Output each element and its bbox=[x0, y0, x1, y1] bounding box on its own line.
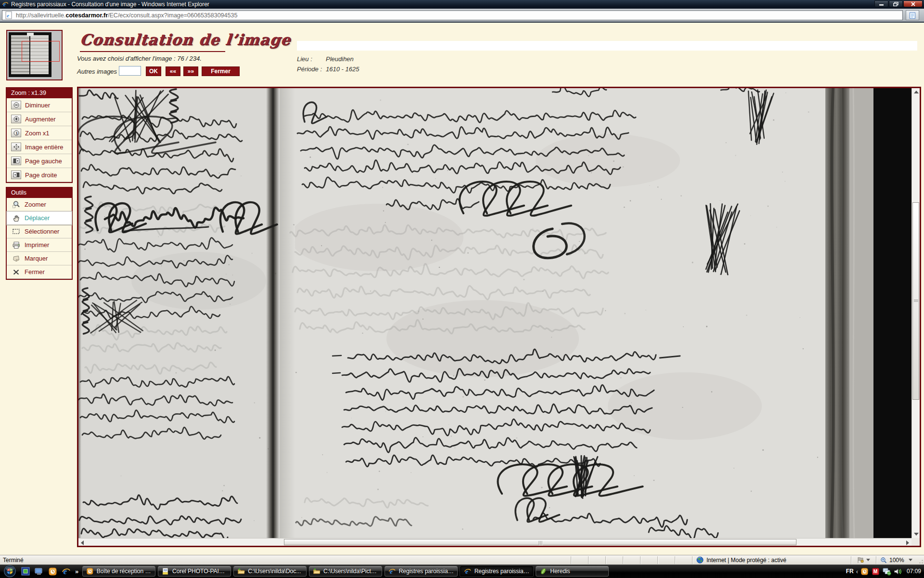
other-images-input[interactable] bbox=[119, 66, 141, 76]
scroll-up-arrow[interactable] bbox=[914, 91, 919, 93]
tool-item-marquer[interactable]: Marquer bbox=[7, 252, 72, 265]
quicklaunch-show-desktop-icon[interactable] bbox=[34, 566, 44, 577]
window-titlebar: Registres paroissiaux - Consultation d'u… bbox=[0, 0, 924, 9]
page-zoom-pane[interactable]: 100% bbox=[876, 556, 917, 564]
tool-item-label: Déplacer bbox=[25, 214, 50, 222]
tray-volume-icon[interactable] bbox=[894, 567, 902, 576]
resize-grip[interactable] bbox=[917, 555, 924, 565]
svg-text:M: M bbox=[873, 569, 878, 574]
right-page-icon bbox=[11, 171, 21, 179]
zoom-item-label: Page droite bbox=[25, 171, 57, 179]
ok-button[interactable]: OK bbox=[146, 66, 161, 76]
zoom-panel-title: Zoom : x1.39 bbox=[7, 88, 72, 98]
svg-text:1: 1 bbox=[15, 131, 18, 135]
zoom-item-diminuer[interactable]: Diminuer bbox=[7, 98, 72, 112]
close-button[interactable] bbox=[903, 0, 923, 7]
protected-mode-pane[interactable] bbox=[851, 556, 876, 564]
quicklaunch-overflow-chevron[interactable]: » bbox=[75, 568, 78, 575]
svg-text:e: e bbox=[7, 13, 9, 18]
taskbar-button-corel[interactable]: Corel PHOTO-PAIN... bbox=[158, 566, 231, 577]
vertical-scrollbar[interactable] bbox=[911, 88, 920, 538]
quicklaunch-incredimail-icon[interactable] bbox=[47, 566, 58, 577]
tray-m-agent-icon[interactable]: M bbox=[872, 567, 880, 576]
lieu-value: Pleudihen bbox=[326, 55, 354, 63]
close-icon bbox=[911, 2, 915, 6]
tray-collapse-chevron[interactable]: ‹ bbox=[856, 568, 858, 575]
select-icon bbox=[11, 227, 21, 236]
taskbar: » Boîte de réception - ... Corel PHOTO-P… bbox=[0, 565, 924, 578]
tool-item-deplacer[interactable]: Déplacer bbox=[7, 211, 72, 225]
scroll-right-arrow[interactable] bbox=[906, 540, 909, 545]
taskbar-button-documents[interactable]: C:\Users\nilda\Doc... bbox=[233, 566, 307, 577]
zoom-item-label: Diminuer bbox=[25, 102, 50, 109]
left-page-icon bbox=[11, 157, 21, 165]
minimize-button[interactable] bbox=[874, 0, 888, 7]
security-zone-text: Internet | Mode protégé : activé bbox=[706, 557, 786, 564]
start-button[interactable] bbox=[2, 565, 18, 578]
ie-icon bbox=[388, 567, 396, 575]
scroll-down-arrow[interactable] bbox=[914, 533, 919, 536]
quicklaunch-ie-icon[interactable] bbox=[61, 566, 71, 577]
taskbar-button-inbox[interactable]: Boîte de réception - ... bbox=[82, 566, 155, 577]
shield-flag-icon bbox=[857, 557, 864, 564]
horizontal-scroll-thumb[interactable] bbox=[284, 539, 796, 545]
tool-item-selectionner[interactable]: Sélectionner bbox=[7, 225, 72, 238]
system-tray: FR ‹ M 07:09 bbox=[846, 567, 924, 576]
chevron-down-icon bbox=[909, 559, 912, 561]
quicklaunch-media-icon[interactable] bbox=[20, 566, 31, 577]
zoom-item-label: Page gauche bbox=[25, 158, 62, 165]
window-title: Registres paroissiaux - Consultation d'u… bbox=[11, 1, 209, 8]
zoom-item-page-droite[interactable]: Page droite bbox=[7, 168, 72, 182]
periode-value: 1610 - 1625 bbox=[326, 66, 359, 73]
taskbar-button-registres-1[interactable]: Registres paroissiau... bbox=[385, 566, 458, 577]
zoom-item-augmenter[interactable]: Augmenter bbox=[7, 112, 72, 126]
zoom-panel: Zoom : x1.39 Diminuer Augmenter 1 Zoom x… bbox=[6, 87, 73, 183]
minimize-icon bbox=[879, 2, 884, 6]
fermer-button[interactable]: Fermer bbox=[202, 66, 240, 76]
horizontal-scrollbar[interactable] bbox=[78, 538, 911, 546]
fit-image-icon bbox=[11, 143, 21, 151]
page-action-button[interactable] bbox=[906, 10, 919, 20]
zoom-in-icon bbox=[11, 115, 21, 123]
url-path: /EC/ecx/consult.aspx?image=0606535830945… bbox=[108, 12, 237, 19]
scroll-left-arrow[interactable] bbox=[81, 540, 84, 545]
page-title: Consultation de l’image bbox=[79, 31, 291, 48]
zoom-item-label: Image entière bbox=[25, 144, 64, 151]
manuscript-image[interactable] bbox=[78, 88, 911, 538]
url-field[interactable]: e http://sallevirtuelle.cotesdarmor.fr/E… bbox=[2, 10, 903, 20]
vertical-scroll-thumb[interactable] bbox=[912, 202, 919, 400]
security-zone-pane: Internet | Mode protégé : activé bbox=[692, 556, 851, 564]
thumbnail-viewport-rectangle[interactable] bbox=[22, 41, 60, 62]
next-image-button[interactable]: »» bbox=[183, 66, 198, 76]
incredimail-icon bbox=[86, 567, 94, 575]
url-prefix: http://sallevirtuelle. bbox=[16, 12, 66, 19]
tool-item-fermer[interactable]: Fermer bbox=[7, 265, 72, 279]
navigation-thumbnail[interactable] bbox=[6, 30, 63, 80]
taskbar-button-registres-2-active[interactable]: Registres paroissiau... bbox=[460, 566, 533, 577]
restore-button[interactable] bbox=[889, 0, 903, 7]
page-shortcut-icon bbox=[909, 12, 916, 19]
url-domain: cotesdarmor.fr bbox=[66, 12, 108, 19]
tray-network-icon[interactable] bbox=[883, 567, 891, 576]
previous-image-button[interactable]: «« bbox=[166, 66, 180, 76]
printer-icon bbox=[11, 241, 21, 250]
tag-icon bbox=[11, 254, 21, 263]
chevron-down-icon bbox=[866, 559, 870, 561]
ie-icon bbox=[464, 567, 471, 575]
tool-item-label: Zoomer bbox=[25, 201, 46, 208]
tool-item-label: Marquer bbox=[25, 255, 48, 262]
zoom-item-zoom-x1[interactable]: 1 Zoom x1 bbox=[7, 126, 72, 140]
clock[interactable]: 07:09 bbox=[907, 568, 921, 575]
language-indicator[interactable]: FR bbox=[846, 568, 854, 575]
tool-item-zoomer[interactable]: Zoomer bbox=[7, 198, 72, 211]
zoom-item-page-gauche[interactable]: Page gauche bbox=[7, 154, 72, 168]
taskbar-button-heredis[interactable]: Heredis bbox=[536, 566, 609, 577]
other-images-label: Autres images : bbox=[77, 68, 120, 75]
taskbar-button-pictures[interactable]: C:\Users\nilda\Pictu... bbox=[309, 566, 382, 577]
zoom-item-image-entiere[interactable]: Image entière bbox=[7, 140, 72, 154]
folder-icon bbox=[237, 567, 245, 575]
tool-item-imprimer[interactable]: Imprimer bbox=[7, 238, 72, 252]
scrollbar-corner bbox=[911, 538, 920, 546]
page-ie-icon: e bbox=[5, 11, 13, 19]
tray-incredimail-icon[interactable] bbox=[860, 567, 869, 576]
